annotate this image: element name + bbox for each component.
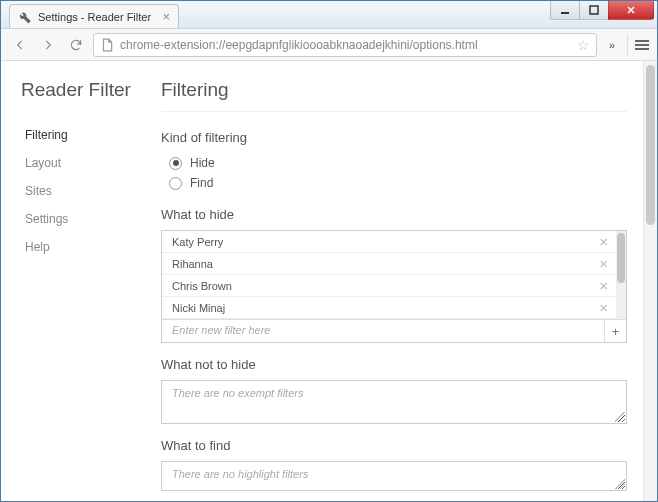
filter-item[interactable]: Chris Brown × (162, 275, 626, 297)
what-to-hide-label: What to hide (161, 207, 627, 222)
browser-tab[interactable]: Settings - Reader Filter × (9, 4, 179, 28)
exempt-filters-box[interactable]: There are no exempt filters (161, 380, 627, 424)
list-scrollbar[interactable] (616, 231, 626, 319)
new-filter-input[interactable]: Enter new filter here (162, 320, 604, 342)
main-panel: Filtering Kind of filtering Hide Find Wh… (161, 79, 627, 491)
wrench-icon (18, 10, 32, 24)
hide-filter-list: Katy Perry × Rihanna × Chris Brown × N (162, 231, 626, 319)
remove-icon[interactable]: × (599, 256, 608, 271)
svg-rect-0 (561, 12, 569, 14)
browser-window: Settings - Reader Filter × (0, 0, 658, 502)
radio-icon (169, 177, 182, 190)
radio-icon (169, 157, 182, 170)
sidebar-nav: Filtering Layout Sites Settings Help (21, 121, 161, 261)
filter-text: Katy Perry (172, 236, 223, 248)
app-title: Reader Filter (21, 79, 161, 101)
what-to-find-label: What to find (161, 438, 627, 453)
filter-item[interactable]: Rihanna × (162, 253, 626, 275)
close-button[interactable] (608, 1, 654, 20)
what-not-to-hide-label: What not to hide (161, 357, 627, 372)
sidebar-item-help[interactable]: Help (21, 233, 161, 261)
filter-text: Rihanna (172, 258, 213, 270)
remove-icon[interactable]: × (599, 300, 608, 315)
kind-of-filtering-label: Kind of filtering (161, 130, 627, 145)
forward-button[interactable] (37, 34, 59, 56)
titlebar: Settings - Reader Filter × (1, 1, 657, 29)
sidebar-item-layout[interactable]: Layout (21, 149, 161, 177)
radio-find[interactable]: Find (161, 173, 627, 193)
scrollbar-thumb[interactable] (617, 233, 625, 283)
back-button[interactable] (9, 34, 31, 56)
highlight-filters-box[interactable]: There are no highlight filters (161, 461, 627, 491)
remove-icon[interactable]: × (599, 234, 608, 249)
tab-title: Settings - Reader Filter (38, 11, 151, 23)
bookmark-star-icon[interactable]: ☆ (577, 37, 590, 53)
sidebar-item-sites[interactable]: Sites (21, 177, 161, 205)
minimize-button[interactable] (550, 1, 580, 20)
add-filter-button[interactable]: + (604, 320, 626, 342)
radio-find-label: Find (190, 176, 213, 190)
new-filter-row: Enter new filter here + (162, 319, 626, 342)
svg-rect-1 (590, 6, 598, 14)
browser-toolbar: chrome-extension://eepgdapnfglikioooabkn… (1, 29, 657, 61)
url-text: chrome-extension://eepgdapnfglikioooabkn… (120, 38, 571, 52)
window-controls (551, 1, 654, 20)
sidebar: Reader Filter Filtering Layout Sites Set… (21, 79, 161, 491)
page-viewport: Reader Filter Filtering Layout Sites Set… (1, 61, 657, 501)
filter-text: Nicki Minaj (172, 302, 225, 314)
page-scrollbar[interactable] (643, 61, 657, 501)
filter-text: Chris Brown (172, 280, 232, 292)
page-icon (100, 38, 114, 52)
address-bar[interactable]: chrome-extension://eepgdapnfglikioooabkn… (93, 33, 597, 57)
radio-hide-label: Hide (190, 156, 215, 170)
page-heading: Filtering (161, 79, 627, 112)
tab-close-icon[interactable]: × (162, 10, 170, 23)
scrollbar-thumb[interactable] (646, 65, 655, 225)
filter-item[interactable]: Nicki Minaj × (162, 297, 626, 319)
hamburger-menu-button[interactable] (627, 34, 649, 56)
overflow-button[interactable]: » (603, 34, 621, 56)
reload-button[interactable] (65, 34, 87, 56)
filter-item[interactable]: Katy Perry × (162, 231, 626, 253)
options-page: Reader Filter Filtering Layout Sites Set… (1, 61, 657, 501)
sidebar-item-settings[interactable]: Settings (21, 205, 161, 233)
radio-hide[interactable]: Hide (161, 153, 627, 173)
maximize-button[interactable] (579, 1, 609, 20)
hide-filter-box: Katy Perry × Rihanna × Chris Brown × N (161, 230, 627, 343)
sidebar-item-filtering[interactable]: Filtering (21, 121, 161, 149)
hamburger-icon (635, 44, 649, 46)
remove-icon[interactable]: × (599, 278, 608, 293)
